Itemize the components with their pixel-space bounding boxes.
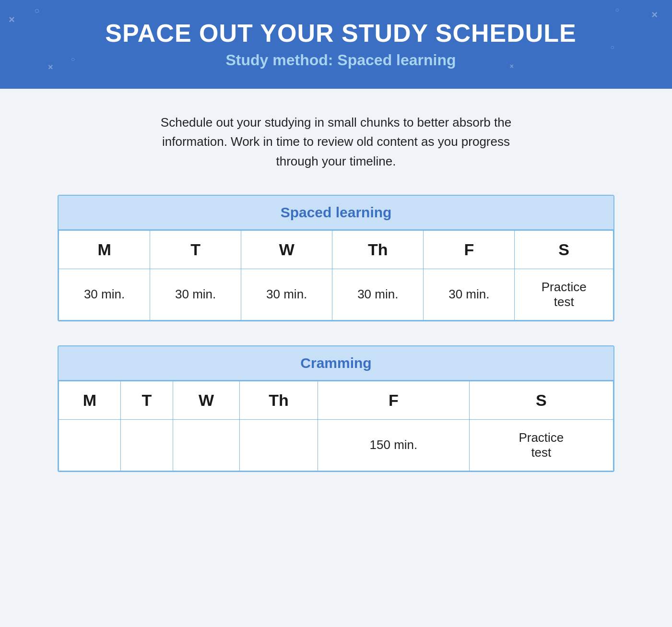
sl-monday: 30 min. xyxy=(59,269,150,320)
col-header-th-1: Th xyxy=(332,230,424,269)
decoration-x-1: × xyxy=(9,13,15,26)
cr-wednesday xyxy=(173,419,240,471)
decoration-x-2: × xyxy=(48,62,53,72)
col-header-w-1: W xyxy=(241,230,332,269)
col-header-m-1: M xyxy=(59,230,150,269)
cr-tuesday xyxy=(120,419,173,471)
col-header-t-2: T xyxy=(120,381,173,419)
cr-thursday xyxy=(239,419,318,471)
cramming-data-row: 150 min. Practicetest xyxy=(59,419,613,471)
cramming-table: M T W Th F S 150 min. Practicetest xyxy=(59,381,613,471)
col-header-w-2: W xyxy=(173,381,240,419)
page-header: ○ × × ○ × ○ ○ × SPACE OUT YOUR STUDY SCH… xyxy=(0,0,672,89)
decoration-circle-4: ○ xyxy=(611,43,614,51)
cramming-table-wrapper: Cramming M T W Th F S 150 min. xyxy=(58,345,614,472)
cr-monday xyxy=(59,419,121,471)
spaced-learning-table-wrapper: Spaced learning M T W Th F S 30 min. 30 … xyxy=(58,195,614,321)
col-header-m-2: M xyxy=(59,381,121,419)
cr-saturday: Practicetest xyxy=(469,419,613,471)
spaced-learning-table: M T W Th F S 30 min. 30 min. 30 min. 30 … xyxy=(59,230,613,320)
page-subtitle: Study method: Spaced learning xyxy=(225,51,456,69)
description-text: Schedule out your studying in small chun… xyxy=(149,113,523,171)
col-header-s-2: S xyxy=(469,381,613,419)
sl-saturday: Practicetest xyxy=(515,269,613,320)
page-title: SPACE OUT YOUR STUDY SCHEDULE xyxy=(105,20,576,47)
decoration-circle-2: ○ xyxy=(71,55,75,63)
spaced-learning-header-row: M T W Th F S xyxy=(59,230,613,269)
sl-tuesday: 30 min. xyxy=(150,269,241,320)
col-header-s-1: S xyxy=(515,230,613,269)
decoration-x-4: × xyxy=(510,62,514,70)
sl-wednesday: 30 min. xyxy=(241,269,332,320)
cramming-header-row: M T W Th F S xyxy=(59,381,613,419)
sl-thursday: 30 min. xyxy=(332,269,424,320)
spaced-learning-data-row: 30 min. 30 min. 30 min. 30 min. 30 min. … xyxy=(59,269,613,320)
spaced-learning-title: Spaced learning xyxy=(59,196,613,230)
decoration-circle-1: ○ xyxy=(35,6,40,16)
decoration-x-3: × xyxy=(651,9,658,21)
col-header-f-2: F xyxy=(318,381,469,419)
col-header-th-2: Th xyxy=(239,381,318,419)
cramming-title: Cramming xyxy=(59,346,613,381)
cr-friday: 150 min. xyxy=(318,419,469,471)
main-content: Schedule out your studying in small chun… xyxy=(0,89,672,520)
col-header-f-1: F xyxy=(424,230,515,269)
decoration-circle-3: ○ xyxy=(615,6,619,13)
col-header-t-1: T xyxy=(150,230,241,269)
sl-friday: 30 min. xyxy=(424,269,515,320)
